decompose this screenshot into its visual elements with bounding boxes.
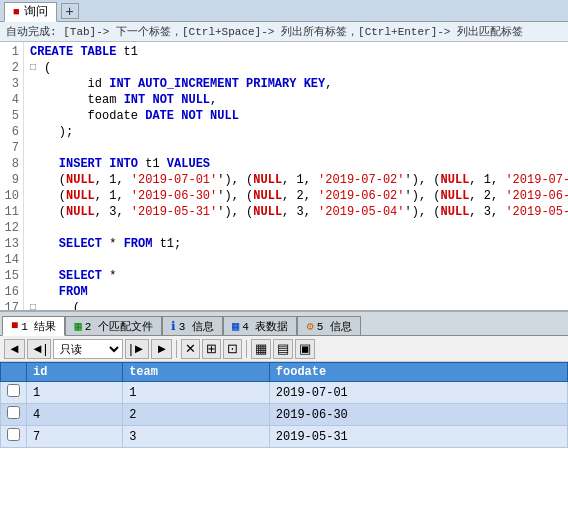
code-line: SELECT * FROM t1; xyxy=(30,236,562,252)
cell-team: 3 xyxy=(123,426,270,448)
code-segment: t1 xyxy=(116,44,138,60)
code-segment: '), ( xyxy=(217,188,253,204)
table-header: foodate xyxy=(269,363,567,382)
code-segment: , 1, xyxy=(282,172,318,188)
code-line: SELECT * xyxy=(30,268,562,284)
row-checkbox[interactable] xyxy=(1,404,27,426)
code-segment: NULL xyxy=(66,188,95,204)
code-segment: , 3, xyxy=(95,204,131,220)
code-segment: , 3, xyxy=(469,204,505,220)
code-segment: , 2, xyxy=(282,188,318,204)
cell-foodate: 2019-05-31 xyxy=(269,426,567,448)
table-header xyxy=(1,363,27,382)
nav-next-button[interactable]: |► xyxy=(125,339,149,359)
row-checkbox[interactable] xyxy=(1,382,27,404)
code-segment: ( xyxy=(30,188,66,204)
view-button-1[interactable]: ▦ xyxy=(251,339,271,359)
table-header: id xyxy=(27,363,123,382)
toolbar-separator-1 xyxy=(176,340,177,358)
code-line: FROM xyxy=(30,284,562,300)
hint-text: 自动完成: [Tab]-> 下一个标签，[Ctrl+Space]-> 列出所有标… xyxy=(6,26,523,38)
code-segment: , 1, xyxy=(95,188,131,204)
bottom-panel: ■1 结果▦2 个匹配文件ℹ3 信息▦4 表数据⚙5 信息 ◄ ◄| 只读 |►… xyxy=(0,312,568,514)
code-line xyxy=(30,252,562,268)
code-segment: , xyxy=(210,92,217,108)
code-line: (NULL, 1, '2019-07-01''), (NULL, 1, '201… xyxy=(30,172,562,188)
code-segment: SELECT xyxy=(59,236,102,252)
code-segment: , 1, xyxy=(95,172,131,188)
code-segment: NULL xyxy=(441,172,470,188)
new-tab-button[interactable]: + xyxy=(61,3,79,19)
code-segment: INT NOT NULL xyxy=(124,92,210,108)
code-segment: ); xyxy=(30,124,73,140)
code-segment xyxy=(30,156,59,172)
result-tab-label: 4 表数据 xyxy=(242,319,288,334)
result-tab-icon: ⚙ xyxy=(306,319,313,334)
result-tab-4[interactable]: ▦4 表数据 xyxy=(223,316,297,336)
cell-team: 2 xyxy=(123,404,270,426)
fold-icon[interactable]: □ xyxy=(30,300,42,310)
code-segment: ( xyxy=(44,300,80,310)
code-segment: t1 xyxy=(138,156,167,172)
code-line: team INT NOT NULL, xyxy=(30,92,562,108)
table-row: 732019-05-31 xyxy=(1,426,568,448)
view-button-3[interactable]: ▣ xyxy=(295,339,315,359)
code-segment: , xyxy=(325,76,332,92)
view-button-2[interactable]: ▤ xyxy=(273,339,293,359)
code-line: INSERT INTO t1 VALUES xyxy=(30,156,562,172)
code-segment: VALUES xyxy=(167,156,210,172)
code-segment: FROM xyxy=(124,236,153,252)
code-content[interactable]: CREATE TABLE t1□( id INT AUTO_INCREMENT … xyxy=(24,42,568,310)
code-segment: CREATE TABLE xyxy=(30,44,116,60)
grid-button[interactable]: ⊞ xyxy=(202,339,221,359)
result-table: idteamfoodate112019-07-01422019-06-30732… xyxy=(0,362,568,448)
readonly-select[interactable]: 只读 xyxy=(53,339,123,359)
code-segment: , 3, xyxy=(282,204,318,220)
code-segment: * xyxy=(102,268,116,284)
code-segment: '2019-07-03' xyxy=(505,172,568,188)
cell-id: 7 xyxy=(27,426,123,448)
query-tab[interactable]: ■ 询问 xyxy=(4,2,57,22)
tab-bar: ■ 询问 + xyxy=(0,0,568,22)
hint-bar: 自动完成: [Tab]-> 下一个标签，[Ctrl+Space]-> 列出所有标… xyxy=(0,22,568,42)
code-line: □( xyxy=(30,60,562,76)
code-segment xyxy=(30,284,59,300)
nav-prev-button[interactable]: ◄| xyxy=(27,339,51,359)
code-line xyxy=(30,220,562,236)
code-segment: ( xyxy=(30,204,66,220)
code-segment: , 1, xyxy=(469,172,505,188)
code-line xyxy=(30,140,562,156)
code-segment: SELECT xyxy=(59,268,102,284)
result-tab-1[interactable]: ■1 结果 xyxy=(2,316,65,336)
code-segment: NULL xyxy=(253,172,282,188)
row-checkbox[interactable] xyxy=(1,426,27,448)
result-tab-icon: ℹ xyxy=(171,319,176,334)
cell-id: 1 xyxy=(27,382,123,404)
code-line: □ ( xyxy=(30,300,562,310)
cell-id: 4 xyxy=(27,404,123,426)
result-tab-2[interactable]: ▦2 个匹配文件 xyxy=(65,316,161,336)
delete-button[interactable]: ✕ xyxy=(181,339,200,359)
code-segment: '2019-06-02' xyxy=(318,188,404,204)
code-segment: NULL xyxy=(66,172,95,188)
fold-icon[interactable]: □ xyxy=(30,60,42,76)
tab-label: 询问 xyxy=(24,3,48,20)
code-segment: , 2, xyxy=(469,188,505,204)
code-segment: foodate xyxy=(30,108,145,124)
export-button[interactable]: ⊡ xyxy=(223,339,242,359)
code-segment: INT AUTO_INCREMENT PRIMARY KEY xyxy=(109,76,325,92)
nav-first-button[interactable]: ◄ xyxy=(4,339,25,359)
nav-last-button[interactable]: ► xyxy=(151,339,172,359)
result-tab-5[interactable]: ⚙5 信息 xyxy=(297,316,360,336)
code-segment: NULL xyxy=(253,188,282,204)
code-line: (NULL, 1, '2019-06-30''), (NULL, 2, '201… xyxy=(30,188,562,204)
result-tab-icon: ▦ xyxy=(74,319,81,334)
result-tab-3[interactable]: ℹ3 信息 xyxy=(162,316,223,336)
result-tab-icon: ▦ xyxy=(232,319,239,334)
code-container: 12345678910111213141516171819202122 CREA… xyxy=(0,42,568,310)
code-line: ); xyxy=(30,124,562,140)
code-segment xyxy=(30,236,59,252)
code-line: (NULL, 3, '2019-05-31''), (NULL, 3, '201… xyxy=(30,204,562,220)
code-segment: '2019-07-01' xyxy=(131,172,217,188)
code-segment: team xyxy=(30,92,124,108)
